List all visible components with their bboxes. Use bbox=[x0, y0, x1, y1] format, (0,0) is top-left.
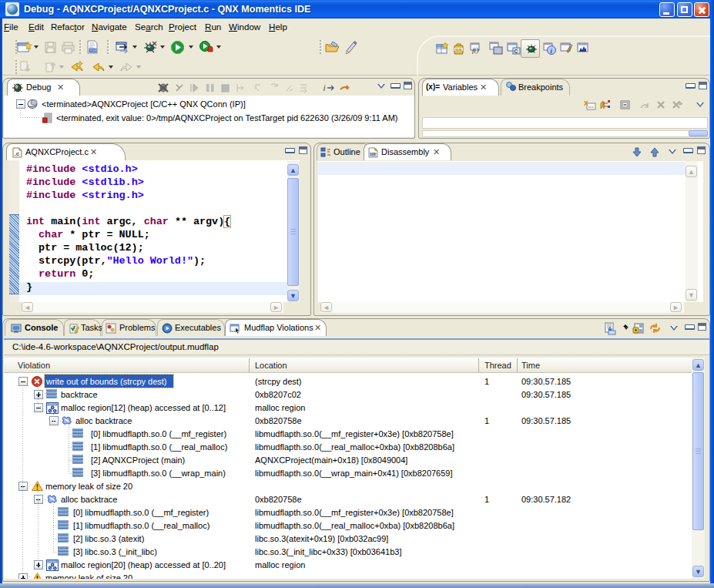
svg-text:010: 010 bbox=[90, 49, 97, 52]
svg-text:x: x bbox=[584, 99, 588, 107]
svg-text:f(): f() bbox=[472, 46, 479, 54]
svg-text:C: C bbox=[515, 49, 518, 54]
svg-text:SUN: SUN bbox=[455, 48, 462, 52]
svg-text:i: i bbox=[323, 84, 326, 92]
svg-text:010: 010 bbox=[370, 153, 377, 156]
svg-text:.c: .c bbox=[15, 150, 20, 157]
